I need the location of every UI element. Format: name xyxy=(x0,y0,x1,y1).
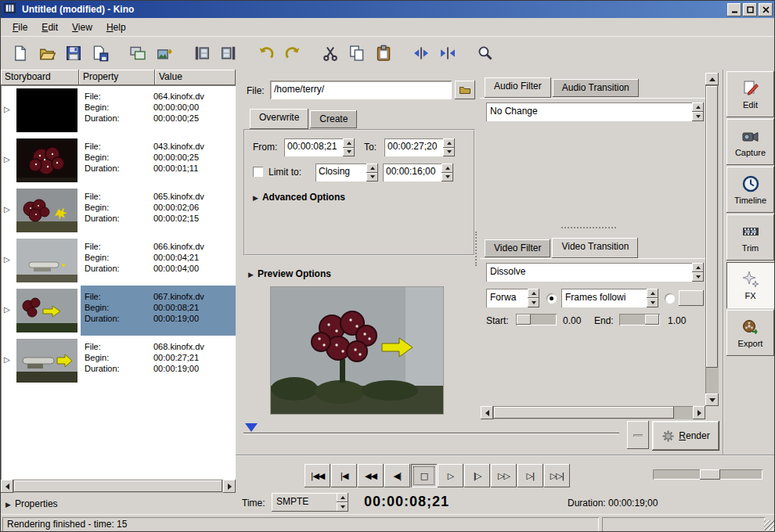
spin-up-icon[interactable] xyxy=(443,138,455,148)
properties-expander[interactable]: ▶Properties xyxy=(1,493,236,514)
cut-button[interactable] xyxy=(317,40,344,66)
mode-edit-button[interactable]: Edit xyxy=(726,71,774,117)
filter-vscrollbar[interactable] xyxy=(705,73,719,406)
scroll-down-icon[interactable] xyxy=(705,394,719,406)
color-swatch-button[interactable] xyxy=(679,290,704,306)
spin-up-icon[interactable] xyxy=(528,289,539,298)
spin-down-icon[interactable] xyxy=(692,112,704,121)
file-path-input[interactable]: /home/terry/ xyxy=(270,81,452,99)
shuttle-slider[interactable] xyxy=(653,469,762,480)
audio-filter-dropdown[interactable]: No Change xyxy=(486,102,704,121)
storyboard-row-043[interactable]: ▷ File:043.kinofx.dv Begin:00:00:00;25 D… xyxy=(1,135,236,185)
advanced-options-expander[interactable]: ▶Advanced Options xyxy=(253,192,345,203)
undo-button[interactable] xyxy=(253,40,279,66)
frames-mode-dropdown[interactable]: Frames followi xyxy=(561,289,658,307)
title-bar[interactable]: Untitled (modified) - Kino xyxy=(1,1,775,18)
row-expander-icon[interactable]: ▷ xyxy=(4,305,10,314)
end-slider[interactable] xyxy=(619,314,660,325)
video-transition-dropdown[interactable]: Dissolve xyxy=(486,263,704,282)
paste-button[interactable] xyxy=(370,40,397,66)
spin-up-icon[interactable] xyxy=(442,164,453,173)
tab-create[interactable]: Create xyxy=(310,110,357,128)
seek-end-button[interactable]: ▷▷| xyxy=(544,464,570,487)
seek-start-button[interactable]: |◀◀ xyxy=(305,464,330,487)
scroll-right-icon[interactable] xyxy=(693,406,705,419)
scroll-up-icon[interactable] xyxy=(705,73,719,85)
next-scene-button[interactable]: ▷| xyxy=(517,464,543,487)
menu-edit[interactable]: Edit xyxy=(34,20,65,35)
pane-grip-vertical[interactable] xyxy=(475,232,478,266)
tab-video-filter[interactable]: Video Filter xyxy=(485,239,550,257)
scrub-track[interactable] xyxy=(243,433,619,434)
close-button[interactable] xyxy=(759,3,773,16)
spin-up-icon[interactable] xyxy=(337,493,348,502)
filter-hscrollbar[interactable] xyxy=(481,406,705,419)
spin-up-icon[interactable] xyxy=(692,102,704,112)
tab-overwrite[interactable]: Overwrite xyxy=(250,109,308,129)
menu-file[interactable]: File xyxy=(5,20,34,35)
frame-back-button[interactable]: ◀| xyxy=(384,464,410,487)
spin-up-icon[interactable] xyxy=(647,289,658,298)
export-frame-button[interactable] xyxy=(151,40,178,66)
insert-after-button[interactable] xyxy=(215,40,242,66)
mode-export-button[interactable]: Export xyxy=(726,310,774,356)
row-expander-icon[interactable]: ▷ xyxy=(4,355,10,364)
tab-audio-transition[interactable]: Audio Transition xyxy=(553,79,639,97)
storyboard-row-064[interactable]: ▷ File:064.kinofx.dv Begin:00:00:00;00 D… xyxy=(1,85,236,135)
spin-up-icon[interactable] xyxy=(366,164,378,173)
menu-view[interactable]: View xyxy=(65,20,99,35)
shuttle-thumb[interactable] xyxy=(700,469,720,480)
insert-before-button[interactable] xyxy=(189,40,215,66)
save-as-button[interactable] xyxy=(87,40,114,66)
limit-time-spinbox[interactable]: 00:00:16;00 xyxy=(383,164,453,182)
mode-trim-button[interactable]: Trim xyxy=(726,214,774,261)
scroll-left-icon[interactable] xyxy=(481,406,493,419)
column-header-property[interactable]: Property xyxy=(79,70,155,85)
fast-forward-button[interactable]: ▷▷ xyxy=(491,464,517,487)
spin-down-icon[interactable] xyxy=(442,173,453,182)
spin-down-icon[interactable] xyxy=(366,173,378,182)
join-clip-button[interactable] xyxy=(434,40,461,66)
render-button[interactable]: Render xyxy=(652,421,719,451)
preview-options-expander[interactable]: ▶Preview Options xyxy=(248,268,331,279)
color-radio[interactable] xyxy=(665,293,675,304)
spin-down-icon[interactable] xyxy=(528,298,539,307)
mode-timeline-button[interactable]: Timeline xyxy=(726,167,774,213)
pane-grip-horizontal[interactable] xyxy=(561,227,616,228)
mode-capture-button[interactable]: Capture xyxy=(726,119,774,165)
frame-forward-button[interactable]: |▷ xyxy=(464,464,490,487)
scroll-left-icon[interactable] xyxy=(1,480,13,493)
browse-folder-button[interactable] xyxy=(455,81,475,99)
menu-help[interactable]: Help xyxy=(99,20,133,35)
still-frame-button[interactable] xyxy=(124,40,151,66)
storyboard-row-068[interactable]: ▷ File:068.kinofx.dv Begin:00:00:27;21 D… xyxy=(1,336,236,386)
direction-dropdown[interactable]: Forwa xyxy=(486,289,539,307)
time-format-dropdown[interactable]: SMPTE xyxy=(272,493,348,512)
from-time-spinbox[interactable]: 00:00:08;21 xyxy=(284,138,355,156)
resize-grip[interactable] xyxy=(764,520,774,530)
rewind-button[interactable]: ◀◀ xyxy=(358,464,384,487)
pane-handle-button[interactable] xyxy=(627,421,649,449)
split-clip-button[interactable] xyxy=(408,40,434,66)
spin-down-icon[interactable] xyxy=(443,148,455,157)
row-expander-icon[interactable]: ▷ xyxy=(4,155,10,164)
open-file-button[interactable] xyxy=(34,40,60,66)
copy-button[interactable] xyxy=(344,40,370,66)
frames-radio-selected[interactable] xyxy=(546,293,557,304)
play-button[interactable]: ▷ xyxy=(438,464,463,487)
row-expander-icon[interactable]: ▷ xyxy=(4,255,10,264)
storyboard-hscrollbar[interactable] xyxy=(1,480,236,493)
redo-button[interactable] xyxy=(279,40,306,66)
row-expander-icon[interactable]: ▷ xyxy=(4,205,10,214)
new-file-button[interactable] xyxy=(7,40,34,66)
save-file-button[interactable] xyxy=(60,40,87,66)
to-time-spinbox[interactable]: 00:00:27;20 xyxy=(384,138,455,156)
start-slider[interactable] xyxy=(516,314,557,325)
column-header-storyboard[interactable]: Storyboard xyxy=(1,70,79,85)
limit-to-checkbox[interactable] xyxy=(253,167,263,177)
spin-down-icon[interactable] xyxy=(343,148,355,157)
zoom-button[interactable] xyxy=(472,40,499,66)
tab-audio-filter[interactable]: Audio Filter xyxy=(485,77,551,98)
limit-mode-dropdown[interactable]: Closing xyxy=(315,164,378,182)
minimize-button[interactable] xyxy=(727,3,741,16)
